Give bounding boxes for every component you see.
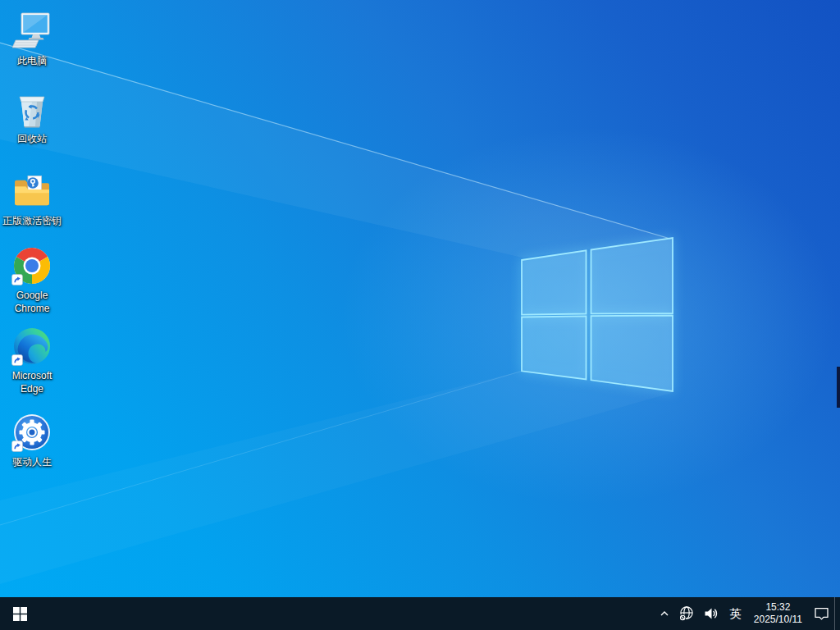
shortcut-arrow-icon	[11, 354, 23, 366]
shortcut-arrow-icon	[11, 274, 23, 285]
ime-language-indicator[interactable]: 英	[724, 597, 747, 630]
desktop-icon-activation-key[interactable]: 正版激活密钥	[1, 171, 63, 227]
taskbar: 英 15:32 2025/10/11	[0, 597, 840, 630]
clock-time: 15:32	[765, 601, 790, 614]
wallpaper-light-rays	[0, 0, 840, 597]
volume-button[interactable]	[699, 597, 724, 630]
recycle-bin-icon	[12, 89, 52, 129]
clock-date: 2025/10/11	[754, 614, 802, 626]
show-desktop-button[interactable]	[834, 597, 840, 630]
icon-label-this-pc: 此电脑	[17, 54, 47, 67]
desktop-icon-google-chrome[interactable]: Google Chrome	[1, 245, 63, 315]
windows-wallpaper-logo-icon	[0, 0, 840, 597]
autohide-scrollbar[interactable]	[837, 367, 840, 408]
desktop-icon-driver-life[interactable]: 驱动人生	[1, 412, 63, 468]
notification-bubble-icon	[813, 606, 830, 622]
icon-label-microsoft-edge: Microsoft Edge	[1, 369, 63, 395]
icon-label-recycle-bin: 回收站	[17, 132, 47, 145]
folder-key-icon	[12, 171, 52, 211]
show-hidden-icons-button[interactable]	[655, 597, 674, 630]
windows-logo-icon	[13, 607, 27, 621]
taskbar-clock[interactable]: 15:32 2025/10/11	[747, 597, 809, 630]
desktop-icon-recycle-bin[interactable]: 回收站	[1, 89, 63, 145]
speaker-icon	[703, 605, 719, 622]
desktop-background[interactable]: 此电脑 回收站	[0, 0, 840, 597]
globe-no-internet-icon	[678, 605, 695, 622]
chevron-up-icon	[659, 608, 670, 619]
icon-label-google-chrome: Google Chrome	[1, 289, 63, 315]
icon-label-activation-key: 正版激活密钥	[2, 214, 62, 227]
action-center-button[interactable]	[809, 597, 834, 630]
desktop-icon-this-pc[interactable]: 此电脑	[1, 11, 63, 67]
system-tray: 英 15:32 2025/10/11	[655, 597, 840, 630]
start-button[interactable]	[0, 597, 39, 630]
icon-label-driver-life: 驱动人生	[12, 455, 52, 468]
desktop-icon-microsoft-edge[interactable]: Microsoft Edge	[1, 326, 63, 395]
shortcut-arrow-icon	[11, 441, 23, 452]
network-status-button[interactable]	[674, 597, 699, 630]
this-pc-icon	[12, 11, 52, 51]
